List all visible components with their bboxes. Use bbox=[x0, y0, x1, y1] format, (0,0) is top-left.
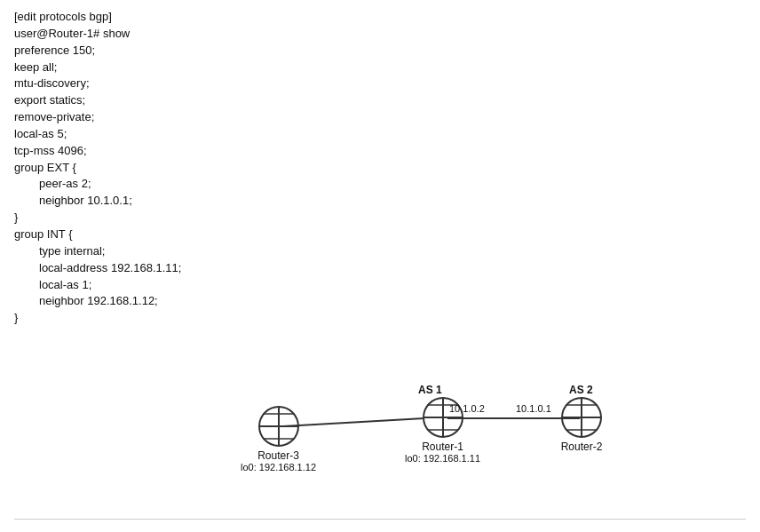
terminal-line: [edit protocols bgp] bbox=[14, 9, 746, 26]
router1-label: Router-1 bbox=[422, 441, 463, 453]
terminal-block-2: [edit protocols bgp] user@Router-1# run … bbox=[14, 528, 746, 532]
router3-label: Router-3 bbox=[257, 449, 299, 462]
terminal-line: } bbox=[14, 210, 746, 226]
router3-node: Router-3 lo0: 192.168.1.12 bbox=[241, 405, 316, 472]
terminal-line: mtu-discovery; bbox=[14, 75, 746, 92]
section-divider bbox=[14, 519, 746, 520]
terminal-line: peer-as 2; bbox=[14, 176, 746, 193]
terminal-line: remove-private; bbox=[14, 109, 746, 126]
router3-icon bbox=[257, 405, 300, 448]
terminal-line: [edit protocols bgp] bbox=[14, 528, 746, 532]
terminal-line: neighbor 10.1.0.1; bbox=[14, 193, 746, 210]
router2-label: Router-2 bbox=[561, 441, 603, 453]
ip-10101-label: 10.1.0.1 bbox=[516, 403, 551, 414]
as1-label-area: AS 1 bbox=[418, 383, 442, 396]
terminal-line: user@Router-1# show bbox=[14, 26, 746, 43]
terminal-line: local-as 1; bbox=[14, 277, 746, 294]
router3-lo: lo0: 192.168.1.12 bbox=[241, 462, 316, 472]
terminal-line: neighbor 192.168.1.12; bbox=[14, 293, 746, 310]
as2-label: AS 2 bbox=[569, 384, 593, 396]
terminal-line: local-as 5; bbox=[14, 126, 746, 143]
terminal-line: keep all; bbox=[14, 60, 746, 76]
terminal-line: export statics; bbox=[14, 92, 746, 109]
as1-label: AS 1 bbox=[418, 384, 442, 396]
network-diagram: Router-3 lo0: 192.168.1.12 AS 1 Router-1… bbox=[14, 334, 746, 512]
terminal-line: preference 150; bbox=[14, 43, 746, 60]
terminal-line: tcp-mss 4096; bbox=[14, 143, 746, 160]
router2-icon bbox=[560, 396, 603, 439]
terminal-line: type internal; bbox=[14, 243, 746, 260]
diagram-lines bbox=[14, 334, 746, 512]
terminal-block-1: [edit protocols bgp] user@Router-1# show… bbox=[14, 9, 746, 327]
router2-node: Router-2 bbox=[560, 396, 603, 453]
router1-lo: lo0: 192.168.1.11 bbox=[405, 453, 480, 464]
terminal-line: } bbox=[14, 310, 746, 327]
terminal-line: local-address 192.168.1.11; bbox=[14, 260, 746, 277]
terminal-line: group EXT { bbox=[14, 160, 746, 177]
ip-10102-label: 10.1.0.2 bbox=[449, 403, 485, 414]
as2-label-area: AS 2 bbox=[569, 383, 593, 396]
terminal-line: group INT { bbox=[14, 226, 746, 243]
